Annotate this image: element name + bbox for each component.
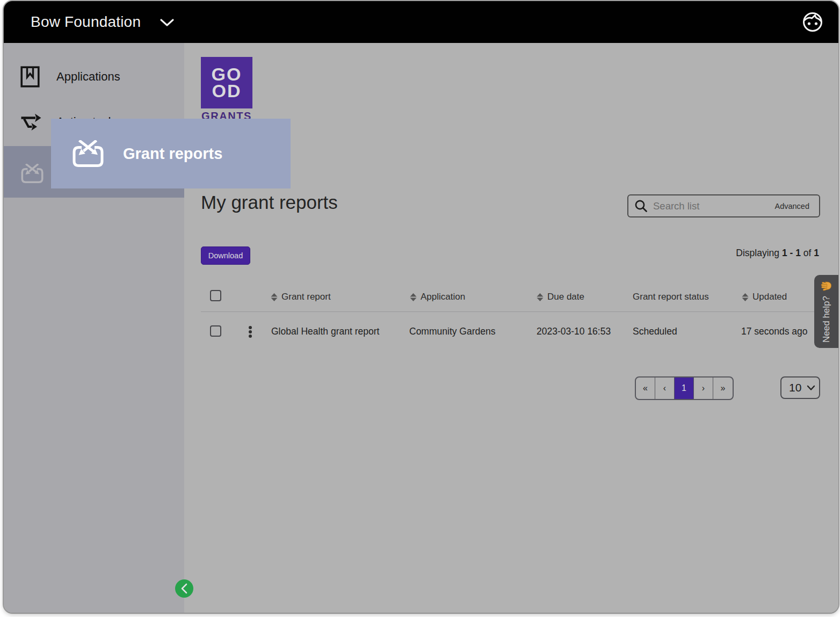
pagination: « ‹ 1 › » <box>635 376 734 400</box>
page-1-button[interactable]: 1 <box>675 378 694 399</box>
row-checkbox[interactable] <box>210 325 221 337</box>
grant-reports-icon <box>20 164 44 183</box>
chevron-down-icon <box>160 18 175 27</box>
select-all-checkbox[interactable] <box>210 290 221 301</box>
page-prev-button[interactable]: ‹ <box>655 378 675 399</box>
advanced-search-link[interactable]: Advanced <box>775 202 810 210</box>
column-header-due-date[interactable]: Due date <box>537 292 584 302</box>
org-name: Bow Foundation <box>31 13 141 31</box>
page-first-button[interactable]: « <box>636 378 655 399</box>
page-title: My grant reports <box>201 192 338 213</box>
page-size-select[interactable]: 10 <box>780 376 820 399</box>
cell-application: Community Gardens <box>409 326 495 337</box>
cell-status: Scheduled <box>633 326 677 337</box>
sort-icon <box>537 293 544 301</box>
column-header-grant-report[interactable]: Grant report <box>271 292 331 302</box>
logo-line2: OD <box>212 83 242 99</box>
grant-reports-icon <box>73 140 104 167</box>
select-chevron-icon <box>807 385 815 391</box>
cell-updated: 17 seconds ago <box>741 326 808 337</box>
download-button[interactable]: Download <box>201 246 250 265</box>
page-last-button[interactable]: » <box>713 378 733 399</box>
sidebar-item-label: Applications <box>56 70 120 84</box>
cell-due-date: 2023-03-10 16:53 <box>537 326 611 337</box>
sort-icon <box>742 293 749 301</box>
need-help-tab[interactable]: Need help? <box>814 275 838 348</box>
search-input[interactable]: Search list <box>653 200 775 212</box>
page-size-value: 10 <box>789 381 801 394</box>
column-header-application[interactable]: Application <box>410 292 465 302</box>
logo-square: GO OD <box>201 57 252 108</box>
sort-icon <box>410 293 417 301</box>
sidebar-collapse-button[interactable] <box>175 579 193 598</box>
sort-icon <box>271 293 278 301</box>
action-tasks-icon <box>20 112 42 132</box>
column-header-updated[interactable]: Updated <box>742 292 787 302</box>
user-avatar-icon[interactable] <box>802 11 823 33</box>
grant-reports-flyout[interactable]: Grant reports <box>51 119 291 188</box>
displaying-count: Displaying 1 - 1 of 1 <box>736 248 819 259</box>
chevron-left-icon <box>180 583 188 594</box>
cell-grant-report[interactable]: Global Health grant report <box>271 326 379 337</box>
row-actions-kebab-icon[interactable] <box>245 326 256 338</box>
waving-hand-icon <box>821 281 832 291</box>
org-switcher[interactable]: Bow Foundation <box>31 1 141 43</box>
top-bar: Bow Foundation <box>4 1 838 43</box>
table-header-divider <box>201 311 820 312</box>
page-next-button[interactable]: › <box>694 378 713 399</box>
app-window: Bow Foundation Applications <box>4 1 838 613</box>
applications-bookmark-icon <box>20 66 40 88</box>
sidebar-item-applications[interactable]: Applications <box>4 54 184 99</box>
search-box: Search list Advanced <box>627 194 820 217</box>
column-header-status[interactable]: Grant report status <box>633 292 709 302</box>
good-grants-logo: GO OD GRANTS <box>201 57 252 122</box>
flyout-label: Grant reports <box>123 145 222 163</box>
need-help-label: Need help? <box>821 296 832 343</box>
search-icon <box>634 199 648 213</box>
